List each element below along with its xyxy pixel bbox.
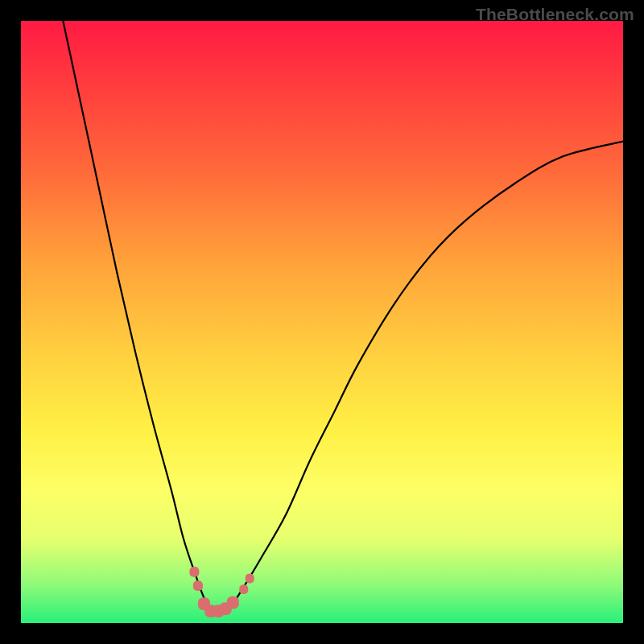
chart-svg	[21, 21, 623, 623]
highlight-marker	[189, 567, 199, 577]
highlight-marker	[220, 602, 232, 615]
highlight-marker	[246, 574, 254, 584]
watermark-text: TheBottleneck.com	[476, 5, 634, 24]
highlight-marker-group	[189, 567, 254, 617]
highlight-marker	[213, 605, 225, 617]
highlight-marker	[204, 605, 217, 617]
chart-plot-area	[21, 21, 623, 623]
highlight-marker	[227, 597, 239, 609]
highlight-marker	[193, 580, 203, 591]
highlight-marker	[239, 584, 248, 594]
bottleneck-curve-path	[63, 21, 623, 612]
highlight-marker	[198, 597, 210, 610]
